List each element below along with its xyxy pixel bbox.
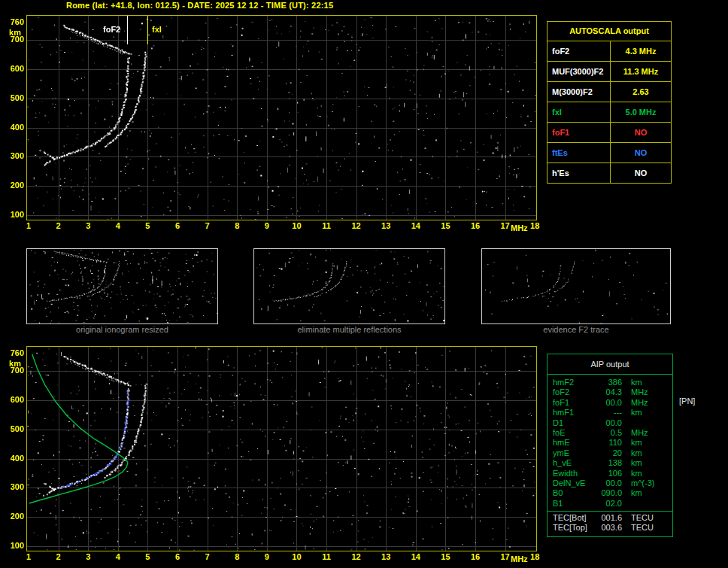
- pn-note-label: [PN]: [679, 396, 695, 405]
- autoscala-param: foF2: [548, 41, 611, 61]
- aip-table-header: AIP output: [548, 354, 672, 375]
- x-tick-label-top: 14: [407, 221, 425, 230]
- aip-row: TEC[Top]003.6TECU: [548, 523, 672, 533]
- thumbnail-f2-trace: [481, 248, 671, 324]
- aip-param: hmF2: [548, 378, 596, 387]
- aip-param: D1: [548, 418, 596, 428]
- y-axis-unit-bottom: km: [2, 359, 21, 368]
- aip-row: ymE20km: [548, 448, 672, 458]
- y-tick-label-bottom: 100: [2, 541, 24, 550]
- autoscala-window: Rome (lat: +41.8, lon: 012.5) - DATE: 20…: [0, 0, 728, 568]
- x-tick-label-bottom: 2: [50, 552, 68, 561]
- autoscala-row: M(3000)F22.63: [548, 82, 671, 102]
- aip-unit: TECU: [622, 523, 654, 533]
- x-tick-label-top: 3: [79, 221, 97, 230]
- y-tick-label-bottom: 300: [2, 482, 24, 491]
- aip-param: B0: [548, 488, 596, 498]
- aip-unit: [622, 499, 631, 509]
- aip-value: 110: [596, 438, 622, 448]
- aip-unit: MHz: [622, 428, 648, 438]
- autoscala-param: ftEs: [548, 143, 611, 163]
- autoscala-row: foF1NO: [548, 123, 671, 143]
- aip-param: Ewidth: [548, 469, 596, 478]
- aip-row: Ewidth106km: [548, 469, 672, 478]
- aip-value: 106: [596, 469, 622, 478]
- y-tick-label-top: 100: [2, 210, 24, 219]
- aip-param: hmF1: [548, 408, 596, 418]
- x-tick-label-bottom: 7: [199, 552, 217, 561]
- autoscala-value: NO: [611, 123, 671, 142]
- y-tick-label-bottom: 200: [2, 512, 24, 521]
- aip-value: ---: [596, 408, 622, 418]
- ionogram-top-canvas: [27, 16, 536, 220]
- y-tick-label-bottom: 500: [2, 424, 24, 433]
- autoscala-row: h'EsNO: [548, 163, 671, 183]
- x-tick-label-top: 1: [20, 221, 38, 230]
- autoscala-value: 4.3 MHz: [611, 41, 671, 61]
- x-tick-label-bottom: 12: [347, 552, 366, 561]
- x-tick-label-top: 6: [168, 221, 187, 230]
- fof2-marker-label: foF2: [103, 25, 120, 34]
- aip-value: 386: [596, 378, 622, 387]
- thumbnail-multiple-reflections-canvas: [254, 249, 444, 323]
- aip-row: hmE110km: [548, 438, 672, 448]
- x-tick-label-top: 12: [347, 221, 366, 230]
- x-tick-label-bottom: 18: [526, 552, 544, 561]
- station-title: Rome (lat: +41.8, lon: 012.5) - DATE: 20…: [66, 1, 333, 10]
- x-tick-label-bottom: 16: [466, 552, 484, 561]
- aip-value: 04.3: [596, 387, 622, 397]
- aip-unit: km: [622, 458, 642, 468]
- x-tick-label-top: 13: [377, 221, 395, 230]
- thumbnail-original-ionogram: [26, 248, 218, 324]
- aip-unit: km: [622, 448, 642, 458]
- autoscala-param: fxI: [548, 102, 611, 122]
- x-tick-label-top: 15: [436, 221, 454, 230]
- aip-row: hmF1---km: [548, 408, 672, 418]
- aip-unit: MHz: [622, 398, 648, 408]
- aip-value: 00.0: [596, 398, 622, 408]
- aip-value: 0.5: [596, 428, 622, 438]
- ionogram-plot-bottom: [26, 346, 537, 551]
- autoscala-value: NO: [611, 163, 671, 183]
- y-tick-label-top: 760: [2, 17, 24, 26]
- y-tick-label-top: 400: [2, 123, 24, 132]
- aip-value: 20: [596, 448, 622, 458]
- aip-param: foE: [548, 428, 596, 438]
- x-axis-unit-bottom: MHz: [511, 554, 528, 563]
- autoscala-param: h'Es: [548, 163, 611, 183]
- y-tick-label-bottom: 760: [2, 348, 24, 357]
- x-tick-label-bottom: 10: [287, 552, 305, 561]
- autoscala-table-rows: foF24.3 MHzMUF(3000)F211.3 MHzM(3000)F22…: [548, 41, 671, 183]
- aip-param: B1: [548, 499, 596, 509]
- autoscala-row: MUF(3000)F211.3 MHz: [548, 62, 671, 82]
- x-tick-label-bottom: 13: [377, 552, 395, 561]
- x-tick-label-bottom: 3: [79, 552, 97, 561]
- aip-param: foF1: [548, 398, 596, 408]
- y-tick-label-bottom: 400: [2, 454, 24, 463]
- caption-multiple-reflections: eliminate multiple reflections: [253, 325, 445, 334]
- aip-unit: [622, 418, 631, 428]
- aip-param: h_vE: [548, 458, 596, 468]
- x-tick-label-bottom: 14: [407, 552, 425, 561]
- aip-row: foF100.0MHz: [548, 398, 672, 408]
- aip-param: foF2: [548, 387, 596, 397]
- autoscala-row: fxI5.0 MHz: [548, 102, 671, 123]
- autoscala-param: foF1: [548, 123, 611, 142]
- x-tick-label-bottom: 6: [168, 552, 187, 561]
- aip-param: hmE: [548, 438, 596, 448]
- aip-value: 00.0: [596, 418, 622, 428]
- aip-row: B0090.0km: [548, 488, 672, 498]
- aip-unit: km: [622, 438, 642, 448]
- aip-param: ymE: [548, 448, 596, 458]
- aip-unit: MHz: [622, 387, 648, 397]
- x-tick-label-top: 10: [287, 221, 305, 230]
- aip-unit: km: [622, 469, 642, 478]
- y-axis-unit-top: km: [2, 28, 21, 37]
- x-tick-label-bottom: 8: [228, 552, 246, 561]
- x-tick-label-bottom: 1: [20, 552, 38, 561]
- aip-value: 138: [596, 458, 622, 468]
- ionogram-plot-top: foF2 fxI: [26, 15, 537, 220]
- aip-value: 02.0: [596, 499, 622, 509]
- y-tick-label-top: 500: [2, 93, 24, 102]
- autoscala-value: 11.3 MHz: [611, 62, 671, 81]
